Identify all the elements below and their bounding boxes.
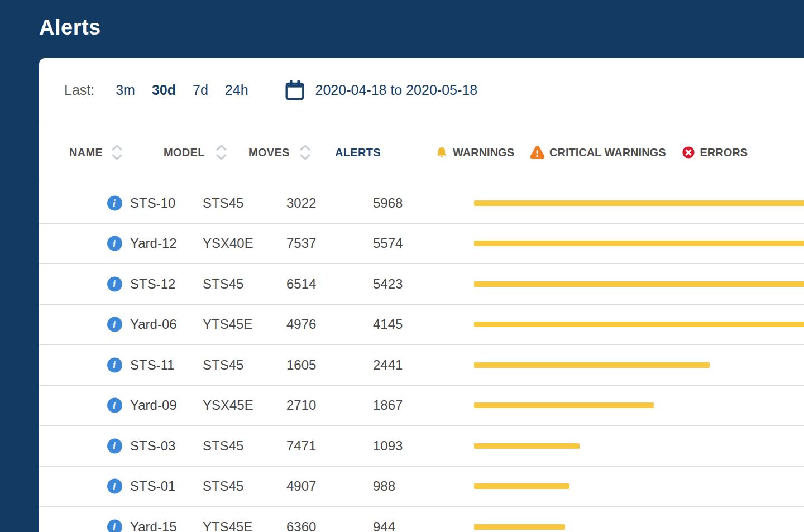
row-alerts: 1093 (373, 438, 403, 454)
row-model: YSX45E (203, 397, 253, 413)
row-alerts: 1867 (373, 397, 403, 413)
row-model: STS45 (203, 357, 243, 373)
row-alerts: 5968 (373, 195, 403, 211)
row-model: YTS45E (203, 317, 252, 332)
time-range-option[interactable]: 24h (225, 82, 248, 98)
warnings-bar-track (474, 524, 804, 530)
warnings-bar-track (474, 402, 804, 408)
warnings-bar (474, 322, 804, 327)
sort-icon-moves[interactable] (298, 144, 312, 161)
row-model: STS45 (203, 276, 243, 292)
calendar-icon[interactable] (285, 80, 304, 100)
column-header-model[interactable]: MODEL (164, 146, 205, 159)
info-icon[interactable]: i (107, 236, 122, 251)
bell-icon (436, 146, 448, 159)
warnings-bar-track (474, 241, 804, 246)
row-moves: 2710 (286, 397, 316, 413)
row-name: STS-03 (130, 438, 175, 454)
filter-label: Last: (64, 82, 94, 98)
warnings-bar-track (474, 483, 804, 489)
table-body: i STS-10 STS45 3022 5968 i Yard-12 YSX40… (39, 183, 804, 532)
row-moves: 1605 (286, 357, 316, 373)
row-moves: 6514 (286, 276, 316, 292)
row-moves: 4976 (286, 317, 316, 332)
column-header-moves[interactable]: MOVES (248, 146, 290, 159)
warnings-bar-track (474, 281, 804, 287)
table-row: i Yard-09 YSX45E 2710 1867 (39, 386, 804, 426)
sort-icon-model[interactable] (214, 144, 228, 161)
info-icon[interactable]: i (107, 519, 122, 532)
legend-critical-warnings: CRITICAL WARNINGS (530, 146, 666, 159)
row-name: Yard-15 (130, 519, 177, 532)
row-moves: 6360 (286, 519, 316, 532)
error-circle-icon (682, 146, 695, 159)
time-filter-bar: Last: 3m 30d 7d 24h 2020-04-18 to 2020-0… (39, 58, 804, 122)
row-name: STS-10 (130, 195, 175, 211)
warnings-bar (474, 200, 804, 206)
table-row: i STS-11 STS45 1605 2441 (39, 345, 804, 386)
table-row: i STS-12 STS45 6514 5423 (39, 264, 804, 305)
warnings-bar (474, 443, 580, 449)
table-row: i STS-03 STS45 7471 1093 (39, 426, 804, 467)
row-name: STS-12 (130, 276, 175, 292)
row-alerts: 5423 (373, 276, 403, 292)
time-range-option[interactable]: 30d (152, 82, 176, 98)
row-alerts: 988 (373, 478, 395, 494)
table-header: NAME MODEL MOVES ALERTS WARNINGS (39, 122, 804, 183)
warnings-bar (474, 362, 710, 368)
row-model: STS45 (203, 195, 243, 211)
row-alerts: 2441 (373, 357, 403, 373)
info-icon[interactable]: i (107, 317, 122, 332)
info-icon[interactable]: i (107, 357, 122, 372)
table-row: i Yard-12 YSX40E 7537 5574 (39, 224, 804, 265)
legend-errors: ERRORS (682, 146, 748, 159)
date-range[interactable]: 2020-04-18 to 2020-05-18 (315, 82, 478, 98)
row-moves: 7537 (286, 236, 316, 251)
warnings-bar (474, 483, 570, 489)
info-icon[interactable]: i (107, 195, 122, 210)
table-row: i Yard-15 YTS45E 6360 944 (39, 507, 804, 532)
warnings-bar (474, 402, 654, 408)
row-model: STS45 (203, 478, 243, 494)
legend-warnings: WARNINGS (436, 146, 514, 159)
info-icon[interactable]: i (107, 438, 122, 453)
warnings-bar-track (474, 362, 804, 368)
column-header-alerts[interactable]: ALERTS (335, 146, 381, 159)
table-row: i STS-10 STS45 3022 5968 (39, 183, 804, 224)
table-row: i STS-01 STS45 4907 988 (39, 467, 804, 507)
row-alerts: 4145 (373, 317, 403, 332)
row-name: Yard-09 (130, 397, 177, 413)
row-moves: 3022 (286, 195, 316, 211)
column-header-name[interactable]: NAME (69, 146, 103, 159)
time-range-option[interactable]: 3m (116, 82, 135, 98)
page-title: Alerts (39, 16, 101, 40)
warnings-bar (474, 281, 804, 287)
row-name: STS-01 (130, 478, 175, 494)
warnings-bar-track (474, 322, 804, 327)
row-moves: 4907 (286, 478, 316, 494)
row-name: STS-11 (130, 357, 175, 373)
row-model: STS45 (203, 438, 243, 454)
time-range-option[interactable]: 7d (193, 82, 208, 98)
time-range-options: 3m 30d 7d 24h (116, 82, 248, 98)
row-name: Yard-06 (130, 317, 177, 332)
info-icon[interactable]: i (107, 276, 122, 291)
alerts-card: Last: 3m 30d 7d 24h 2020-04-18 to 2020-0… (39, 58, 804, 532)
row-model: YSX40E (203, 236, 253, 251)
warnings-bar-track (474, 200, 804, 206)
alerts-legend: WARNINGS CRITICAL WARNINGS ERRORS (436, 146, 748, 159)
row-moves: 7471 (286, 438, 316, 454)
row-model: YTS45E (203, 519, 252, 532)
info-icon[interactable]: i (107, 479, 122, 494)
warnings-bar (474, 524, 565, 530)
warnings-bar (474, 241, 804, 246)
row-alerts: 5574 (373, 236, 403, 251)
critical-triangle-icon (530, 146, 544, 159)
sort-icon-name[interactable] (110, 144, 124, 161)
row-alerts: 944 (373, 519, 395, 532)
info-icon[interactable]: i (107, 398, 122, 413)
row-name: Yard-12 (130, 236, 177, 251)
warnings-bar-track (474, 443, 804, 449)
table-row: i Yard-06 YTS45E 4976 4145 (39, 305, 804, 346)
